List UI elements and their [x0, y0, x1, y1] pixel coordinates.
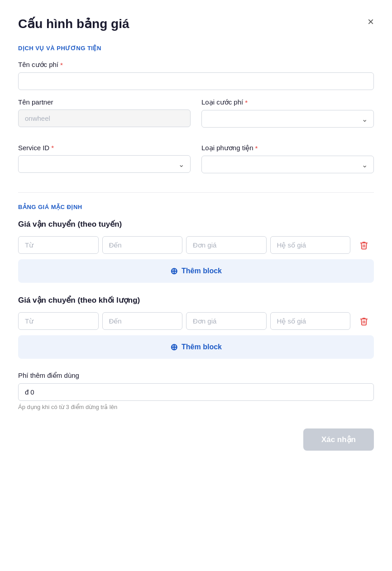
gia-van-chuyen-khoi-luong-title: Giá vận chuyển (theo khối lượng): [18, 295, 374, 305]
add-block-khoi-luong-button[interactable]: ⊕ Thêm block: [18, 335, 374, 359]
ten-partner-input: [18, 109, 191, 127]
phi-them-diem-wrapper: đ: [18, 383, 374, 401]
loai-cuoc-phi-label: Loại cước phí *: [201, 98, 374, 106]
trash-icon: [359, 241, 368, 250]
trash-icon2: [359, 317, 368, 326]
kl-don-gia-input[interactable]: [186, 312, 267, 330]
loai-cuoc-phi-wrapper: ⌄: [201, 110, 374, 128]
khoi-luong-row1: [18, 312, 374, 330]
ten-cuoc-phi-group: Tên cước phí *: [18, 61, 374, 90]
tuyen-delete-button[interactable]: [354, 241, 374, 250]
required-marker2: *: [245, 99, 248, 106]
tuyen-he-so-gia-input[interactable]: [270, 236, 351, 254]
add-block-tuyen-button[interactable]: ⊕ Thêm block: [18, 259, 374, 283]
required-marker4: *: [255, 144, 258, 152]
loai-cuoc-phi-select[interactable]: [201, 110, 374, 128]
row-service-loai-pt: Service ID * ⌄ Loại phương tiện * ⌄: [18, 144, 374, 181]
section1-label: DỊCH VỤ VÀ PHƯƠNG TIỆN: [18, 45, 374, 52]
kl-den-input[interactable]: [102, 312, 183, 330]
modal-footer: Xác nhận: [18, 428, 374, 451]
currency-symbol: đ: [25, 388, 29, 396]
required-marker3: *: [51, 144, 54, 152]
service-id-group: Service ID * ⌄: [18, 144, 191, 173]
tuyen-den-input[interactable]: [102, 236, 183, 254]
service-id-wrapper: ⌄: [18, 155, 191, 173]
phi-them-diem-input[interactable]: [30, 388, 367, 396]
ten-partner-label: Tên partner: [18, 98, 191, 106]
plus-icon1: ⊕: [170, 266, 178, 276]
row-partner-loai: Tên partner Loại cước phí * ⌄: [18, 98, 374, 136]
kl-tu-input[interactable]: [18, 312, 99, 330]
kl-he-so-gia-input[interactable]: [270, 312, 351, 330]
add-block-tuyen-label: Thêm block: [182, 267, 222, 275]
kl-delete-button[interactable]: [354, 317, 374, 326]
service-id-label: Service ID *: [18, 144, 191, 152]
confirm-button[interactable]: Xác nhận: [303, 428, 374, 451]
loai-phuong-tien-group: Loại phương tiện * ⌄: [201, 144, 374, 173]
modal-title: Cấu hình bảng giá: [18, 16, 129, 31]
loai-phuong-tien-select[interactable]: [201, 156, 374, 173]
modal-container: Cấu hình bảng giá × DỊCH VỤ VÀ PHƯƠNG TI…: [0, 0, 392, 571]
loai-phuong-tien-wrapper: ⌄: [201, 156, 374, 173]
add-block-kl-label: Thêm block: [182, 343, 222, 351]
tuyen-row1: [18, 236, 374, 254]
gia-van-chuyen-tuyen-title: Giá vận chuyển (theo tuyến): [18, 219, 374, 229]
close-button[interactable]: ×: [368, 16, 374, 27]
loai-phuong-tien-label: Loại phương tiện *: [201, 144, 374, 152]
ten-cuoc-phi-input[interactable]: [18, 72, 374, 90]
modal-header: Cấu hình bảng giá ×: [18, 16, 374, 31]
phi-them-diem-label: Phí thêm điểm dùng: [18, 371, 374, 380]
required-marker: *: [60, 61, 63, 69]
phi-them-diem-group: Phí thêm điểm dùng đ Áp dụng khi có từ 3…: [18, 371, 374, 410]
plus-icon2: ⊕: [170, 342, 178, 352]
section2-label: BẢNG GIÁ MẶC ĐỊNH: [18, 204, 374, 210]
phi-them-diem-hint: Áp dụng khi có từ 3 điểm dừng trả lên: [18, 404, 374, 410]
ten-partner-group: Tên partner: [18, 98, 191, 128]
loai-cuoc-phi-group: Loại cước phí * ⌄: [201, 98, 374, 128]
divider1: [18, 192, 374, 193]
tuyen-tu-input[interactable]: [18, 236, 99, 254]
tuyen-don-gia-input[interactable]: [186, 236, 267, 254]
service-id-select[interactable]: [18, 155, 191, 173]
ten-cuoc-phi-label: Tên cước phí *: [18, 61, 374, 69]
